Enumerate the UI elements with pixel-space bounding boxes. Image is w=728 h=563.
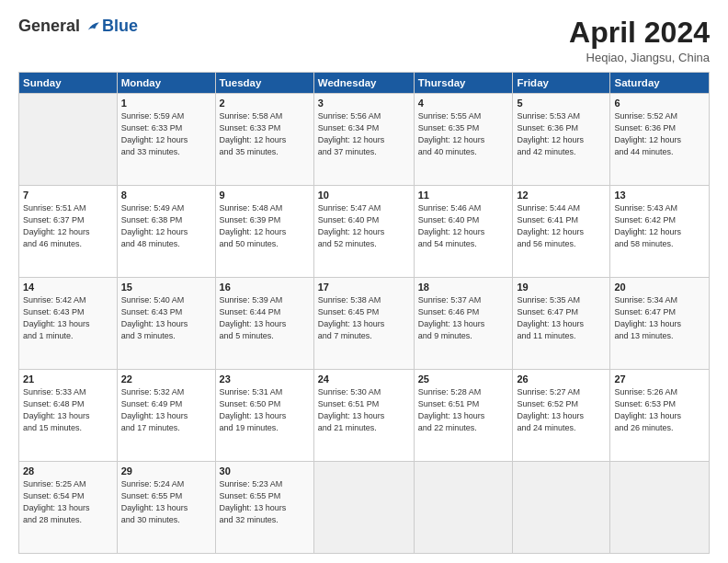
calendar-cell: 25Sunrise: 5:28 AMSunset: 6:51 PMDayligh… <box>414 370 513 462</box>
day-number: 14 <box>23 282 113 293</box>
calendar-cell: 5Sunrise: 5:53 AMSunset: 6:36 PMDaylight… <box>513 94 610 186</box>
day-number: 3 <box>318 98 410 109</box>
day-number: 15 <box>121 282 211 293</box>
cell-info: Sunrise: 5:26 AMSunset: 6:53 PMDaylight:… <box>614 386 705 434</box>
cell-info: Sunrise: 5:40 AMSunset: 6:43 PMDaylight:… <box>121 294 211 342</box>
calendar-header-day: Saturday <box>610 73 710 94</box>
calendar-cell: 21Sunrise: 5:33 AMSunset: 6:48 PMDayligh… <box>19 370 118 462</box>
cell-info: Sunrise: 5:56 AMSunset: 6:34 PMDaylight:… <box>318 110 410 158</box>
calendar-week-row: 7Sunrise: 5:51 AMSunset: 6:37 PMDaylight… <box>19 186 710 278</box>
calendar-cell: 15Sunrise: 5:40 AMSunset: 6:43 PMDayligh… <box>117 278 215 370</box>
cell-info: Sunrise: 5:53 AMSunset: 6:36 PMDaylight:… <box>517 110 606 158</box>
day-number: 12 <box>517 190 606 201</box>
calendar-header-day: Tuesday <box>215 73 313 94</box>
cell-info: Sunrise: 5:48 AMSunset: 6:39 PMDaylight:… <box>220 202 310 250</box>
calendar-cell <box>610 462 710 554</box>
calendar-cell: 9Sunrise: 5:48 AMSunset: 6:39 PMDaylight… <box>215 186 313 278</box>
calendar-table: SundayMondayTuesdayWednesdayThursdayFrid… <box>18 72 710 554</box>
calendar-cell: 17Sunrise: 5:38 AMSunset: 6:45 PMDayligh… <box>313 278 414 370</box>
day-number: 7 <box>23 190 113 201</box>
calendar-week-row: 28Sunrise: 5:25 AMSunset: 6:54 PMDayligh… <box>19 462 710 554</box>
cell-info: Sunrise: 5:59 AMSunset: 6:33 PMDaylight:… <box>121 110 211 158</box>
calendar-cell: 1Sunrise: 5:59 AMSunset: 6:33 PMDaylight… <box>117 94 215 186</box>
calendar-cell: 22Sunrise: 5:32 AMSunset: 6:49 PMDayligh… <box>117 370 215 462</box>
cell-info: Sunrise: 5:52 AMSunset: 6:36 PMDaylight:… <box>614 110 705 158</box>
calendar-header-day: Sunday <box>19 73 118 94</box>
cell-info: Sunrise: 5:44 AMSunset: 6:41 PMDaylight:… <box>517 202 606 250</box>
calendar-week-row: 1Sunrise: 5:59 AMSunset: 6:33 PMDaylight… <box>19 94 710 186</box>
cell-info: Sunrise: 5:33 AMSunset: 6:48 PMDaylight:… <box>23 386 113 434</box>
cell-info: Sunrise: 5:58 AMSunset: 6:33 PMDaylight:… <box>220 110 310 158</box>
day-number: 25 <box>418 373 509 385</box>
calendar-cell: 6Sunrise: 5:52 AMSunset: 6:36 PMDaylight… <box>610 94 710 186</box>
day-number: 9 <box>220 190 310 201</box>
day-number: 2 <box>220 98 310 109</box>
calendar-header-row: SundayMondayTuesdayWednesdayThursdayFrid… <box>19 73 710 94</box>
day-number: 16 <box>220 282 310 293</box>
logo: General Blue <box>18 17 138 36</box>
calendar-cell: 20Sunrise: 5:34 AMSunset: 6:47 PMDayligh… <box>610 278 710 370</box>
logo-bird-icon <box>84 18 100 35</box>
day-number: 18 <box>418 282 509 293</box>
calendar-header-day: Monday <box>117 73 215 94</box>
day-number: 10 <box>318 190 410 201</box>
day-number: 26 <box>517 373 606 385</box>
calendar-cell: 29Sunrise: 5:24 AMSunset: 6:55 PMDayligh… <box>117 462 215 554</box>
day-number: 20 <box>614 282 705 293</box>
calendar-cell: 12Sunrise: 5:44 AMSunset: 6:41 PMDayligh… <box>513 186 610 278</box>
cell-info: Sunrise: 5:39 AMSunset: 6:44 PMDaylight:… <box>220 294 310 342</box>
day-number: 1 <box>121 98 211 109</box>
month-title: April 2024 <box>569 17 710 49</box>
cell-info: Sunrise: 5:37 AMSunset: 6:46 PMDaylight:… <box>418 294 509 342</box>
cell-info: Sunrise: 5:32 AMSunset: 6:49 PMDaylight:… <box>121 386 211 434</box>
calendar-cell: 19Sunrise: 5:35 AMSunset: 6:47 PMDayligh… <box>513 278 610 370</box>
header: General Blue April 2024 Heqiao, Jiangsu,… <box>18 17 710 64</box>
cell-info: Sunrise: 5:35 AMSunset: 6:47 PMDaylight:… <box>517 294 606 342</box>
day-number: 23 <box>220 373 310 385</box>
calendar-week-row: 14Sunrise: 5:42 AMSunset: 6:43 PMDayligh… <box>19 278 710 370</box>
calendar-cell <box>313 462 414 554</box>
calendar-cell: 18Sunrise: 5:37 AMSunset: 6:46 PMDayligh… <box>414 278 513 370</box>
logo-blue-text: Blue <box>102 17 138 36</box>
cell-info: Sunrise: 5:25 AMSunset: 6:54 PMDaylight:… <box>23 478 113 526</box>
cell-info: Sunrise: 5:34 AMSunset: 6:47 PMDaylight:… <box>614 294 705 342</box>
cell-info: Sunrise: 5:28 AMSunset: 6:51 PMDaylight:… <box>418 386 509 434</box>
calendar-cell: 28Sunrise: 5:25 AMSunset: 6:54 PMDayligh… <box>19 462 118 554</box>
calendar-cell: 30Sunrise: 5:23 AMSunset: 6:55 PMDayligh… <box>215 462 313 554</box>
calendar-cell: 10Sunrise: 5:47 AMSunset: 6:40 PMDayligh… <box>313 186 414 278</box>
day-number: 28 <box>23 465 113 477</box>
day-number: 17 <box>318 282 410 293</box>
day-number: 6 <box>614 98 705 109</box>
calendar-cell: 3Sunrise: 5:56 AMSunset: 6:34 PMDaylight… <box>313 94 414 186</box>
day-number: 19 <box>517 282 606 293</box>
calendar-cell: 4Sunrise: 5:55 AMSunset: 6:35 PMDaylight… <box>414 94 513 186</box>
location: Heqiao, Jiangsu, China <box>569 51 710 64</box>
calendar-cell: 8Sunrise: 5:49 AMSunset: 6:38 PMDaylight… <box>117 186 215 278</box>
day-number: 8 <box>121 190 211 201</box>
cell-info: Sunrise: 5:42 AMSunset: 6:43 PMDaylight:… <box>23 294 113 342</box>
day-number: 4 <box>418 98 509 109</box>
day-number: 11 <box>418 190 509 201</box>
calendar-cell: 11Sunrise: 5:46 AMSunset: 6:40 PMDayligh… <box>414 186 513 278</box>
cell-info: Sunrise: 5:38 AMSunset: 6:45 PMDaylight:… <box>318 294 410 342</box>
day-number: 24 <box>318 373 410 385</box>
calendar-cell: 14Sunrise: 5:42 AMSunset: 6:43 PMDayligh… <box>19 278 118 370</box>
day-number: 30 <box>220 465 310 477</box>
calendar-cell: 16Sunrise: 5:39 AMSunset: 6:44 PMDayligh… <box>215 278 313 370</box>
logo-general-text: General <box>18 17 80 36</box>
day-number: 5 <box>517 98 606 109</box>
calendar-week-row: 21Sunrise: 5:33 AMSunset: 6:48 PMDayligh… <box>19 370 710 462</box>
cell-info: Sunrise: 5:46 AMSunset: 6:40 PMDaylight:… <box>418 202 509 250</box>
calendar-cell: 2Sunrise: 5:58 AMSunset: 6:33 PMDaylight… <box>215 94 313 186</box>
cell-info: Sunrise: 5:31 AMSunset: 6:50 PMDaylight:… <box>220 386 310 434</box>
day-number: 22 <box>121 373 211 385</box>
title-area: April 2024 Heqiao, Jiangsu, China <box>569 17 710 64</box>
calendar-body: 1Sunrise: 5:59 AMSunset: 6:33 PMDaylight… <box>19 94 710 554</box>
calendar-cell: 24Sunrise: 5:30 AMSunset: 6:51 PMDayligh… <box>313 370 414 462</box>
cell-info: Sunrise: 5:43 AMSunset: 6:42 PMDaylight:… <box>614 202 705 250</box>
cell-info: Sunrise: 5:30 AMSunset: 6:51 PMDaylight:… <box>318 386 410 434</box>
cell-info: Sunrise: 5:27 AMSunset: 6:52 PMDaylight:… <box>517 386 606 434</box>
cell-info: Sunrise: 5:23 AMSunset: 6:55 PMDaylight:… <box>220 478 310 526</box>
calendar-cell: 26Sunrise: 5:27 AMSunset: 6:52 PMDayligh… <box>513 370 610 462</box>
calendar-header-day: Thursday <box>414 73 513 94</box>
